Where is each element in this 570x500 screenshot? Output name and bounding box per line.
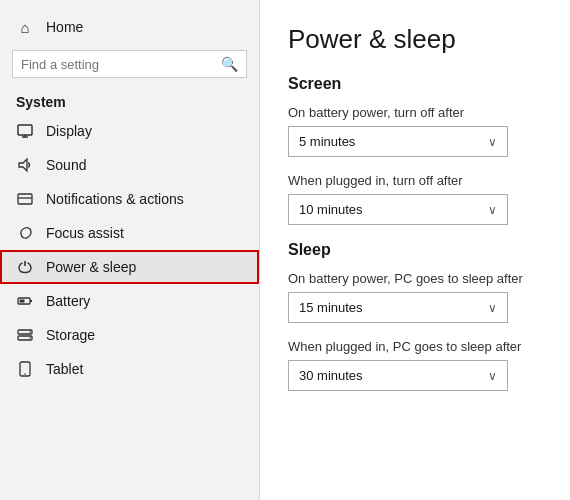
sidebar-item-home[interactable]: ⌂ Home — [0, 10, 259, 44]
sidebar-item-label: Tablet — [46, 361, 83, 377]
svg-rect-7 — [30, 300, 32, 302]
screen-battery-value: 5 minutes — [299, 134, 355, 149]
notifications-icon — [16, 190, 34, 208]
sleep-plugged-label: When plugged in, PC goes to sleep after — [288, 339, 542, 354]
sidebar-item-label: Notifications & actions — [46, 191, 184, 207]
svg-point-14 — [24, 373, 26, 375]
svg-marker-3 — [19, 159, 27, 171]
sleep-section-title: Sleep — [288, 241, 542, 259]
svg-rect-4 — [18, 194, 32, 204]
screen-section-title: Screen — [288, 75, 542, 93]
svg-rect-8 — [20, 300, 25, 303]
sleep-battery-dropdown[interactable]: 15 minutes ∨ — [288, 292, 508, 323]
chevron-down-icon: ∨ — [488, 135, 497, 149]
page-title: Power & sleep — [288, 24, 542, 55]
sidebar-item-label: Focus assist — [46, 225, 124, 241]
storage-icon — [16, 326, 34, 344]
svg-point-12 — [29, 337, 31, 339]
search-input[interactable] — [21, 57, 221, 72]
screen-plugged-label: When plugged in, turn off after — [288, 173, 542, 188]
screen-plugged-dropdown[interactable]: 10 minutes ∨ — [288, 194, 508, 225]
sidebar-item-label: Display — [46, 123, 92, 139]
chevron-down-icon: ∨ — [488, 369, 497, 383]
screen-battery-dropdown[interactable]: 5 minutes ∨ — [288, 126, 508, 157]
sidebar-item-label: Battery — [46, 293, 90, 309]
display-icon — [16, 122, 34, 140]
chevron-down-icon: ∨ — [488, 203, 497, 217]
tablet-icon — [16, 360, 34, 378]
sidebar-item-sound[interactable]: Sound — [0, 148, 259, 182]
focus-icon — [16, 224, 34, 242]
search-box[interactable]: 🔍 — [12, 50, 247, 78]
screen-plugged-value: 10 minutes — [299, 202, 363, 217]
sleep-plugged-dropdown[interactable]: 30 minutes ∨ — [288, 360, 508, 391]
sidebar-item-label: Storage — [46, 327, 95, 343]
svg-rect-0 — [18, 125, 32, 135]
search-icon: 🔍 — [221, 56, 238, 72]
sleep-battery-value: 15 minutes — [299, 300, 363, 315]
battery-icon — [16, 292, 34, 310]
screen-section: Screen On battery power, turn off after … — [288, 75, 542, 225]
home-icon: ⌂ — [16, 18, 34, 36]
sidebar-item-label: Home — [46, 19, 83, 35]
sidebar-item-battery[interactable]: Battery — [0, 284, 259, 318]
main-content: Power & sleep Screen On battery power, t… — [260, 0, 570, 500]
sidebar-item-display[interactable]: Display — [0, 114, 259, 148]
sidebar-item-power[interactable]: Power & sleep — [0, 250, 259, 284]
sound-icon — [16, 156, 34, 174]
sidebar-item-notifications[interactable]: Notifications & actions — [0, 182, 259, 216]
sidebar: ⌂ Home 🔍 System Display Sound — [0, 0, 260, 500]
sidebar-item-storage[interactable]: Storage — [0, 318, 259, 352]
power-icon — [16, 258, 34, 276]
sidebar-item-tablet[interactable]: Tablet — [0, 352, 259, 386]
sleep-plugged-value: 30 minutes — [299, 368, 363, 383]
sleep-section: Sleep On battery power, PC goes to sleep… — [288, 241, 542, 391]
sidebar-item-label: Power & sleep — [46, 259, 136, 275]
chevron-down-icon: ∨ — [488, 301, 497, 315]
screen-battery-label: On battery power, turn off after — [288, 105, 542, 120]
sidebar-item-focus[interactable]: Focus assist — [0, 216, 259, 250]
sidebar-section-label: System — [0, 88, 259, 114]
svg-point-11 — [29, 331, 31, 333]
sidebar-item-label: Sound — [46, 157, 86, 173]
sleep-battery-label: On battery power, PC goes to sleep after — [288, 271, 542, 286]
